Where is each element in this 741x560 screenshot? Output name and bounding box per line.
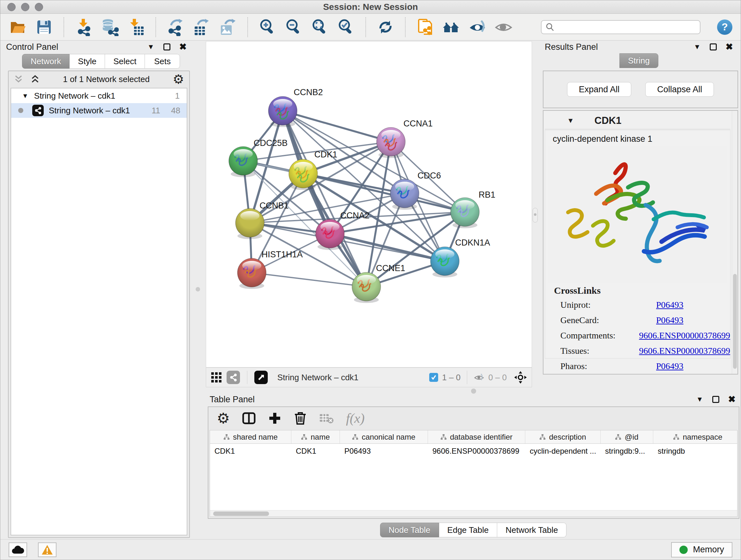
close-panel-icon[interactable]: ✖: [728, 395, 736, 404]
results-scrollbar[interactable]: [732, 111, 738, 374]
tab-node-table[interactable]: Node Table: [380, 523, 439, 537]
close-window-icon[interactable]: [7, 3, 16, 11]
column-header-name[interactable]: name: [291, 430, 340, 443]
gene-header[interactable]: ▼ CDK1: [545, 112, 731, 129]
crosslink-value-link[interactable]: P06493: [656, 315, 684, 325]
network-node-CDKN1A[interactable]: CDKN1A: [430, 238, 490, 277]
table-horizontal-scrollbar[interactable]: [210, 510, 737, 516]
zoom-in-button[interactable]: [258, 18, 277, 37]
save-session-button[interactable]: [35, 18, 53, 37]
float-panel-icon[interactable]: [710, 44, 717, 51]
tab-style[interactable]: Style: [70, 54, 105, 69]
open-session-button[interactable]: [9, 18, 27, 37]
export-image-button[interactable]: [219, 18, 237, 37]
network-row[interactable]: String Network – cdk1 11 48: [11, 103, 187, 118]
delete-column-trash-icon[interactable]: [293, 411, 307, 425]
network-collection-row[interactable]: ▼ String Network – cdk1 1: [11, 88, 187, 103]
collapse-gene-icon[interactable]: ▼: [567, 117, 574, 125]
table-cell[interactable]: stringdb:9...: [601, 444, 653, 458]
collapse-all-networks-icon[interactable]: [14, 74, 23, 84]
column-header-shared-name[interactable]: shared name: [210, 430, 291, 443]
selected-checkbox-icon[interactable]: [429, 373, 438, 382]
table-cell[interactable]: CDK1: [210, 444, 291, 458]
help-button[interactable]: ?: [717, 19, 732, 35]
pan-crosshair-icon[interactable]: [514, 371, 527, 384]
window-controls[interactable]: [7, 3, 43, 11]
export-table-button[interactable]: [192, 18, 211, 37]
refresh-layout-button[interactable]: [376, 18, 395, 37]
tab-sets[interactable]: Sets: [145, 54, 180, 69]
clone-network-button[interactable]: [416, 18, 434, 37]
column-header-canonical-name[interactable]: canonical name: [340, 430, 428, 443]
column-header-database-identifier[interactable]: database identifier: [428, 430, 525, 443]
vertical-splitter-handle[interactable]: [196, 287, 200, 292]
zoom-window-icon[interactable]: [35, 3, 43, 11]
float-panel-icon[interactable]: [163, 44, 171, 51]
hide-selected-button[interactable]: [468, 18, 487, 37]
network-node-CCNB2[interactable]: CCNB2: [268, 87, 323, 127]
collapse-collection-icon[interactable]: ▼: [22, 92, 28, 100]
warning-status-button[interactable]: [38, 543, 57, 557]
import-network-file-button[interactable]: [74, 18, 93, 37]
zoom-out-button[interactable]: [284, 18, 303, 37]
tab-edge-table[interactable]: Edge Table: [439, 523, 497, 537]
crosslink-value-link[interactable]: P06493: [656, 300, 684, 310]
table-cell[interactable]: CDK1: [291, 444, 340, 458]
cloud-status-button[interactable]: [9, 543, 27, 557]
minimize-window-icon[interactable]: [21, 3, 29, 11]
network-options-gear-icon[interactable]: ⚙: [173, 73, 184, 85]
close-panel-icon[interactable]: ✖: [179, 43, 187, 51]
add-column-plus-icon[interactable]: [268, 412, 281, 425]
network-node-HIST1H1A[interactable]: HIST1H1A: [238, 250, 303, 289]
network-node-CCNB1[interactable]: CCNB1: [235, 201, 289, 239]
horizontal-splitter-handle[interactable]: [471, 388, 476, 394]
table-cell[interactable]: stringdb: [653, 444, 738, 458]
column-header-@id[interactable]: @id: [601, 430, 653, 443]
grid-view-icon[interactable]: [211, 372, 222, 383]
canvas-splitter-handle[interactable]: [533, 208, 538, 223]
table-cell[interactable]: 9606.ENSP00000378699: [428, 444, 525, 458]
zoom-selected-button[interactable]: [337, 18, 355, 37]
table-cell[interactable]: cyclin-dependent ...: [525, 444, 601, 458]
tab-string[interactable]: String: [619, 53, 658, 68]
tab-network[interactable]: Network: [22, 54, 70, 69]
import-table-button[interactable]: [127, 18, 145, 37]
table-cell[interactable]: P06493: [340, 444, 428, 458]
table-row[interactable]: CDK1CDK1P064939606.ENSP00000378699cyclin…: [210, 444, 737, 458]
crosslink-value-link[interactable]: 9606.ENSP00000378699: [639, 330, 730, 341]
node-table[interactable]: shared namenamecanonical namedatabase id…: [210, 430, 738, 517]
birds-eye-view-icon[interactable]: [254, 371, 268, 384]
export-network-button[interactable]: [166, 18, 185, 37]
table-options-gear-icon[interactable]: ⚙: [217, 411, 230, 426]
crosslink-value-link[interactable]: 9606.ENSP00000378699: [639, 346, 730, 356]
network-node-CDC25B[interactable]: CDC25B: [229, 138, 287, 177]
column-header-description[interactable]: description: [525, 430, 601, 443]
tab-select[interactable]: Select: [105, 54, 145, 69]
zoom-fit-button[interactable]: [311, 18, 329, 37]
network-node-CCNA1[interactable]: CCNA1: [377, 119, 433, 158]
scrollbar-thumb[interactable]: [213, 511, 269, 516]
show-all-button[interactable]: [494, 18, 513, 37]
collapse-all-button[interactable]: Collapse All: [645, 82, 714, 97]
results-scrollbar-thumb[interactable]: [733, 274, 737, 369]
tab-network-table[interactable]: Network Table: [497, 523, 566, 537]
show-columns-icon[interactable]: [242, 411, 256, 425]
close-panel-icon[interactable]: ✖: [726, 43, 733, 51]
search-input[interactable]: [557, 22, 696, 32]
network-view[interactable]: CCNB2CCNA1CDC25BCDK1CDC6RB1CCNB1CCNA2CDK…: [206, 41, 532, 368]
panel-menu-icon[interactable]: ▼: [694, 44, 701, 51]
network-badge-gray[interactable]: [226, 371, 240, 384]
crosslink-value-link[interactable]: P06493: [656, 361, 684, 371]
import-network-database-button[interactable]: [100, 18, 119, 37]
float-panel-icon[interactable]: [712, 396, 719, 403]
expand-all-networks-icon[interactable]: [30, 74, 40, 84]
column-header-namespace[interactable]: namespace: [653, 430, 738, 443]
memory-button[interactable]: Memory: [671, 542, 732, 557]
first-neighbors-button[interactable]: [442, 18, 461, 37]
expand-all-button[interactable]: Expand All: [567, 82, 631, 97]
panel-menu-icon[interactable]: ▼: [696, 396, 703, 403]
panel-menu-icon[interactable]: ▼: [147, 44, 154, 51]
network-node-RB1[interactable]: RB1: [451, 190, 495, 228]
network-node-CCNE1[interactable]: CCNE1: [352, 263, 405, 303]
network-edge[interactable]: [252, 273, 366, 287]
